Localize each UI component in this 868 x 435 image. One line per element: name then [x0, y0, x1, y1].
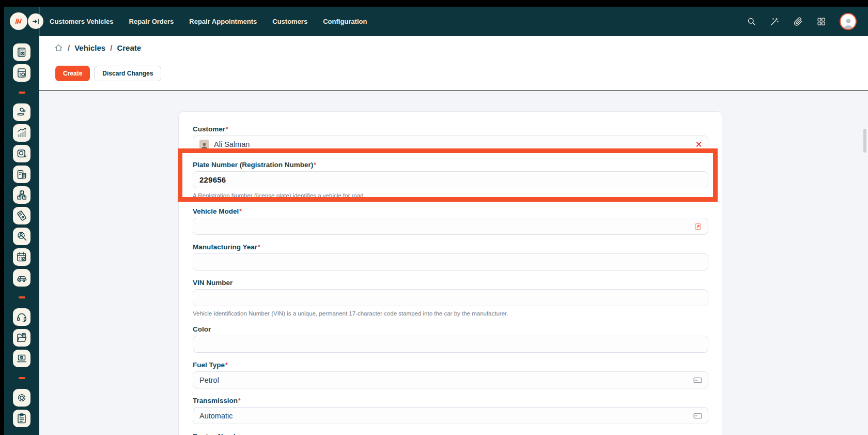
sidebar-app-calendar-check[interactable] — [13, 248, 30, 266]
user-avatar[interactable] — [840, 13, 857, 30]
plate-number-input[interactable]: 229656 — [193, 171, 708, 188]
transmission-value: Automatic — [199, 412, 702, 420]
customer-label: Customer* — [193, 125, 708, 133]
required-marker: * — [258, 244, 260, 251]
sidebar-app-clipboard-calculator[interactable] — [13, 166, 30, 183]
transmission-select[interactable]: Automatic — [193, 407, 708, 424]
discard-changes-button[interactable]: Discard Changes — [94, 66, 161, 81]
field-customer: Customer* Ali Salman — [193, 125, 708, 153]
customer-avatar — [199, 140, 209, 149]
headset-icon — [16, 311, 28, 323]
magic-wand-icon[interactable] — [770, 17, 780, 26]
vehicle-form-card: Customer* Ali Salman Plate Number (Regis… — [178, 111, 722, 435]
calculator-icon — [16, 67, 28, 79]
sidebar-app-laptop[interactable] — [13, 350, 30, 367]
breadcrumb: / Vehicles / Create — [54, 43, 141, 52]
breadcrumb-separator: / — [110, 43, 112, 52]
required-marker: * — [238, 397, 241, 404]
sidebar-app-headset[interactable] — [13, 308, 30, 326]
field-plate-number: Plate Number (Registration Number)* 2296… — [193, 161, 708, 199]
sidebar-app-hand-coins[interactable] — [13, 103, 30, 121]
field-fuel-type: Fuel Type* Petrol — [193, 361, 708, 388]
app-sidebar — [4, 36, 39, 435]
collapse-arrow-icon — [32, 17, 40, 26]
sidebar-app-calculator[interactable] — [13, 64, 30, 82]
sidebar-app-gear[interactable] — [13, 389, 30, 407]
vin-number-input[interactable] — [193, 289, 708, 306]
user-silhouette-icon — [842, 17, 855, 29]
search-icon[interactable] — [747, 17, 756, 26]
color-input[interactable] — [193, 336, 708, 353]
clipboard-calculator-icon — [16, 168, 28, 181]
sidebar-separator — [19, 92, 25, 94]
create-button[interactable]: Create — [55, 66, 90, 81]
engine-number-label: Engine Number — [193, 432, 708, 435]
internal-link-icon[interactable] — [694, 222, 702, 231]
apps-grid-icon[interactable] — [816, 17, 826, 26]
field-manufacturing-year: Manufacturing Year* — [193, 243, 708, 271]
sidebar-app-growth-chart[interactable] — [13, 124, 30, 142]
plate-number-label: Plate Number (Registration Number)* — [193, 161, 708, 169]
breadcrumb-vehicles[interactable]: Vehicles — [74, 43, 105, 52]
sidebar-app-folder-document[interactable] — [13, 329, 30, 347]
main-content: Customer* Ali Salman Plate Number (Regis… — [39, 91, 868, 435]
menu-repair-orders[interactable]: Repair Orders — [129, 18, 174, 25]
customer-value: Ali Salman — [214, 140, 702, 148]
topbar: Customers Vehicles Repair Orders Repair … — [4, 7, 868, 36]
menu-repair-appointments[interactable]: Repair Appointments — [189, 18, 257, 25]
sidebar-app-organizer[interactable] — [13, 43, 30, 61]
sidebar-app-payment-terminal[interactable] — [13, 207, 30, 224]
growth-chart-icon — [16, 127, 28, 139]
sidebar-toggle-button[interactable] — [28, 13, 43, 29]
organizer-icon — [16, 46, 28, 58]
vehicle-model-label: Vehicle Model* — [193, 207, 708, 216]
select-field-icon — [693, 377, 702, 383]
menu-customers[interactable]: Customers — [272, 18, 307, 25]
menu-configuration[interactable]: Configuration — [323, 18, 367, 25]
sidebar-app-person-search[interactable] — [13, 228, 30, 245]
field-vin-number: VIN Number Vehicle Identification Number… — [193, 279, 708, 317]
transmission-label: Transmission* — [193, 397, 708, 405]
menu-customers-vehicles[interactable]: Customers Vehicles — [50, 18, 114, 25]
clipboard-notes-icon — [16, 412, 28, 425]
payment-terminal-icon — [16, 209, 28, 222]
packages-icon — [16, 189, 28, 201]
scale-icon — [16, 147, 28, 160]
fuel-type-select[interactable]: Petrol — [193, 371, 708, 388]
breadcrumb-separator: / — [68, 43, 70, 52]
person-search-icon — [16, 230, 28, 243]
sidebar-separator — [19, 296, 25, 298]
fuel-type-value: Petrol — [199, 376, 702, 384]
sidebar-app-clipboard-notes[interactable] — [13, 410, 30, 427]
customer-photo-icon — [200, 142, 208, 149]
color-label: Color — [193, 325, 708, 334]
vin-number-label: VIN Number — [193, 279, 708, 287]
brand-logo-icon — [12, 15, 25, 27]
select-field-icon — [693, 413, 702, 419]
sidebar-app-car[interactable] — [13, 269, 30, 287]
calendar-check-icon — [16, 251, 28, 263]
topbar-menus: Customers Vehicles Repair Orders Repair … — [50, 18, 367, 25]
paperclip-icon[interactable] — [793, 17, 803, 26]
sidebar-separator — [19, 377, 25, 379]
scrollbar-thumb[interactable] — [863, 129, 866, 153]
folder-document-icon — [16, 332, 28, 344]
vehicle-model-input[interactable] — [193, 218, 708, 235]
required-marker: * — [239, 208, 242, 215]
brand-logo[interactable] — [10, 12, 27, 30]
field-color: Color — [193, 325, 708, 353]
sidebar-app-scale[interactable] — [13, 145, 30, 162]
required-marker: * — [226, 126, 228, 133]
hand-coins-icon — [16, 106, 28, 118]
plate-number-value: 229656 — [199, 175, 702, 184]
sidebar-app-packages[interactable] — [13, 186, 30, 204]
home-icon[interactable] — [54, 43, 63, 52]
plate-number-help: A Registration Number (license plate) id… — [193, 192, 708, 199]
customer-input[interactable]: Ali Salman — [193, 136, 708, 153]
page-header: / Vehicles / Create Create Discard Chang… — [39, 36, 868, 91]
field-vehicle-model: Vehicle Model* — [193, 207, 708, 235]
manufacturing-year-input[interactable] — [193, 253, 708, 271]
required-marker: * — [225, 362, 228, 369]
required-marker: * — [314, 161, 316, 169]
clear-icon[interactable] — [695, 141, 702, 147]
